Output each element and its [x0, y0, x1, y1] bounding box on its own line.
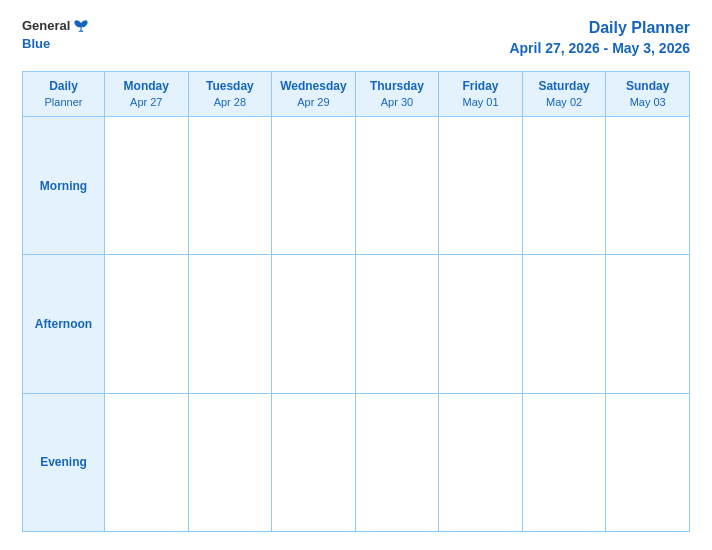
cell-morning-saturday[interactable]	[522, 117, 606, 255]
cell-morning-wednesday[interactable]	[272, 117, 356, 255]
cell-afternoon-friday[interactable]	[439, 255, 523, 393]
cell-morning-sunday[interactable]	[606, 117, 690, 255]
logo-blue-text: Blue	[22, 34, 50, 52]
col-header-wednesday: Wednesday Apr 29	[272, 71, 356, 116]
cell-afternoon-tuesday[interactable]	[188, 255, 272, 393]
col-header-monday: Monday Apr 27	[105, 71, 189, 116]
cell-evening-saturday[interactable]	[522, 393, 606, 531]
cell-evening-tuesday[interactable]	[188, 393, 272, 531]
col-header-saturday: Saturday May 02	[522, 71, 606, 116]
col-header-label: Daily Planner	[23, 71, 105, 116]
logo-area: General Blue	[22, 18, 90, 52]
cell-afternoon-monday[interactable]	[105, 255, 189, 393]
cell-evening-friday[interactable]	[439, 393, 523, 531]
cell-afternoon-wednesday[interactable]	[272, 255, 356, 393]
row-label-morning: Morning	[23, 117, 105, 255]
logo-row: General	[22, 18, 90, 34]
date-range: April 27, 2026 - May 3, 2026	[509, 40, 690, 56]
cell-morning-thursday[interactable]	[355, 117, 439, 255]
col-header-tuesday: Tuesday Apr 28	[188, 71, 272, 116]
cell-morning-tuesday[interactable]	[188, 117, 272, 255]
cell-morning-friday[interactable]	[439, 117, 523, 255]
col-header-friday: Friday May 01	[439, 71, 523, 116]
cell-afternoon-thursday[interactable]	[355, 255, 439, 393]
row-label-evening: Evening	[23, 393, 105, 531]
main-title: Daily Planner	[589, 19, 690, 36]
col-header-sunday: Sunday May 03	[606, 71, 690, 116]
cell-afternoon-saturday[interactable]	[522, 255, 606, 393]
row-afternoon: Afternoon	[23, 255, 690, 393]
cell-evening-monday[interactable]	[105, 393, 189, 531]
planner-table: Daily Planner Monday Apr 27 Tuesday Apr …	[22, 71, 690, 532]
title-area: Daily Planner April 27, 2026 - May 3, 20…	[509, 18, 690, 57]
row-morning: Morning	[23, 117, 690, 255]
cell-morning-monday[interactable]	[105, 117, 189, 255]
logo-general: General	[22, 18, 70, 34]
page: General Blue Daily Planner April 27, 202…	[0, 0, 712, 550]
cell-evening-wednesday[interactable]	[272, 393, 356, 531]
row-label-afternoon: Afternoon	[23, 255, 105, 393]
cell-evening-thursday[interactable]	[355, 393, 439, 531]
header-row: Daily Planner Monday Apr 27 Tuesday Apr …	[23, 71, 690, 116]
cell-afternoon-sunday[interactable]	[606, 255, 690, 393]
header: General Blue Daily Planner April 27, 202…	[22, 18, 690, 57]
row-evening: Evening	[23, 393, 690, 531]
cell-evening-sunday[interactable]	[606, 393, 690, 531]
logo-bird-icon	[72, 19, 90, 33]
col-header-thursday: Thursday Apr 30	[355, 71, 439, 116]
